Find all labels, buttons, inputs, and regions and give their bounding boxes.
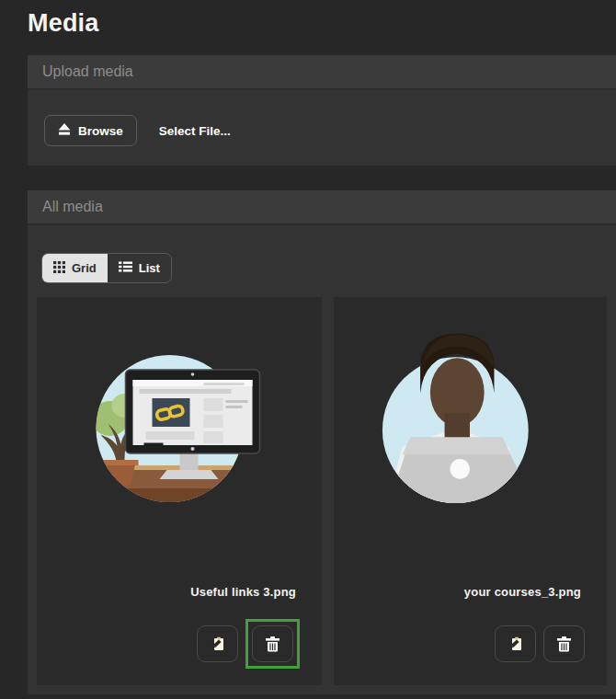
list-view-label: List	[139, 261, 160, 275]
media-card-your-courses[interactable]: your courses_3.png	[334, 297, 607, 685]
upload-media-panel: Upload media Browse Select File...	[28, 55, 616, 166]
delete-media-button[interactable]	[543, 625, 585, 662]
copy-media-button[interactable]	[197, 625, 238, 662]
grid-view-label: Grid	[72, 261, 97, 275]
upload-icon	[58, 123, 71, 138]
trash-icon	[557, 636, 571, 652]
all-media-panel-body: Grid List	[28, 225, 616, 685]
delete-media-button[interactable]	[252, 625, 293, 662]
browse-button-label: Browse	[78, 124, 123, 138]
page-title: Media	[28, 9, 99, 38]
upload-panel-title: Upload media	[42, 63, 133, 80]
all-media-panel-header: All media	[28, 190, 616, 225]
all-media-panel-title: All media	[42, 199, 103, 215]
grid-icon	[53, 261, 65, 276]
media-filename: your courses_3.png	[464, 585, 581, 599]
upload-panel-body: Browse Select File...	[28, 90, 616, 146]
media-card-actions	[197, 619, 300, 669]
copy-media-button[interactable]	[495, 625, 536, 662]
media-filename: Useful links 3.png	[190, 585, 296, 599]
media-grid: Useful links 3.png	[37, 297, 607, 685]
media-card-useful-links[interactable]: Useful links 3.png	[37, 297, 322, 685]
browse-button[interactable]: Browse	[44, 115, 137, 146]
media-thumbnail-monitor-link	[37, 297, 322, 536]
list-icon	[119, 261, 132, 275]
upload-panel-header: Upload media	[28, 55, 616, 90]
media-card-actions	[495, 619, 585, 669]
view-toggle: Grid List	[41, 253, 172, 283]
clipboard-icon	[210, 636, 226, 652]
clipboard-icon	[508, 636, 524, 652]
list-view-button[interactable]: List	[108, 254, 171, 282]
grid-view-button[interactable]: Grid	[42, 254, 108, 282]
media-thumbnail-person-laptop	[334, 297, 607, 536]
delete-highlight-box	[245, 619, 300, 669]
all-media-panel: All media Grid	[28, 190, 616, 694]
select-file-label: Select File...	[159, 124, 231, 138]
trash-icon	[266, 636, 279, 652]
